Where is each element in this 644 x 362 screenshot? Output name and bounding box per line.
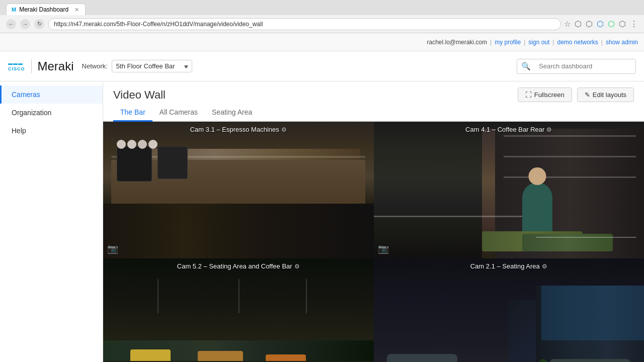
bookmark-icon[interactable]: ☆ (564, 20, 571, 29)
cam-settings-seating2[interactable]: ⚙ (542, 263, 547, 270)
table-1 (130, 349, 171, 362)
cam-label-text-coffee-rear: Cam 4.1 – Coffee Bar Rear (465, 126, 544, 133)
cam-label-seating2: Cam 2.1 – Seating Area ⚙ (374, 262, 645, 270)
back-button[interactable]: ← (6, 19, 16, 29)
camera-scene-espresso: COMPOST RECYCLE (103, 122, 374, 258)
sidebar: Cameras Organization Help (0, 81, 103, 362)
url-bar-container: ☆ (48, 18, 571, 30)
address-bar[interactable] (48, 18, 561, 30)
tab-title: Meraki Dashboard (19, 6, 68, 13)
cable (536, 237, 636, 238)
meraki-logo: Meraki (31, 59, 74, 73)
cup (127, 140, 136, 149)
cam-settings-coffee-rear[interactable]: ⚙ (546, 126, 552, 133)
chrome-menu-icon[interactable]: ⋮ (630, 19, 638, 29)
shelf-line-3 (504, 176, 636, 178)
espresso-machine-2 (157, 146, 188, 179)
cam-overlay-icon-coffee-rear: 📷 (378, 243, 389, 254)
search-input[interactable] (535, 60, 635, 72)
person-silhouette (522, 183, 552, 238)
extension-icon-3[interactable]: ⬡ (597, 19, 604, 29)
camera-scene-seating1 (103, 258, 374, 362)
my-profile-link[interactable]: my profile (495, 39, 521, 46)
cup (148, 140, 157, 149)
page-title: Video Wall (113, 88, 166, 102)
recycle-label: RECYCLE (157, 224, 180, 228)
sidebar-item-organization[interactable]: Organization (0, 104, 103, 122)
cam-label-espresso: Cam 3.1 – Espresso Machines ⚙ (103, 126, 374, 133)
compost-label: COMPOST (144, 216, 168, 220)
light-cord-3 (306, 279, 307, 313)
reload-button[interactable]: ↻ (34, 19, 44, 29)
user-email: rachel.lo@meraki.com (427, 39, 487, 46)
camera-cell-espresso[interactable]: COMPOST RECYCLE Cam 3.1 – Espresso Machi… (103, 122, 374, 258)
user-info: rachel.lo@meraki.com | my profile | sign… (427, 39, 638, 46)
extension-icon-4[interactable]: ⬡ (608, 19, 615, 29)
accent-wall (541, 286, 644, 340)
main-layout: Cameras Organization Help Video Wall ⛶ F… (0, 81, 644, 362)
extension-icon-2[interactable]: ⬡ (586, 19, 593, 29)
camera-scene-seating2 (374, 258, 645, 362)
tabs: The Bar All Cameras Seating Area (103, 104, 644, 122)
sign-out-link[interactable]: sign out (528, 39, 549, 46)
tab-favicon: M (12, 7, 16, 13)
video-wall: COMPOST RECYCLE Cam 3.1 – Espresso Machi… (103, 122, 644, 362)
light-cord-2 (238, 279, 239, 313)
sidebar-item-help[interactable]: Help (0, 122, 103, 140)
tab-close-icon[interactable]: ✕ (74, 7, 79, 13)
network-select-area: Network: 5th Floor Coffee Bar ▼ (82, 60, 192, 72)
page-header: Video Wall ⛶ Fullscreen ✎ Edit layouts (103, 81, 644, 104)
network-label: Network: (82, 62, 108, 70)
cam-label-seating1: Cam 5.2 – Seating Area and Coffee Bar ⚙ (103, 262, 374, 270)
espresso-machine-1 (117, 146, 152, 182)
sofa-1 (387, 354, 457, 362)
shelf-line-2 (504, 156, 636, 157)
tab-all-cameras[interactable]: All Cameras (152, 104, 205, 122)
tab-the-bar[interactable]: The Bar (113, 104, 152, 122)
camera-cell-coffee-rear[interactable]: Cam 4.1 – Coffee Bar Rear ⚙ 📷 (374, 122, 645, 258)
counter-edge (103, 209, 374, 211)
camera-cell-seating2[interactable]: Cam 2.1 – Seating Area ⚙ (374, 258, 645, 362)
sidebar-label-help: Help (12, 127, 26, 135)
cam-overlay-icon-espresso: 📷 (107, 243, 118, 254)
search-icon: 🔍 (517, 59, 535, 73)
cam-label-text-seating1: Cam 5.2 – Seating Area and Coffee Bar (177, 262, 292, 270)
sidebar-item-cameras[interactable]: Cameras (0, 85, 103, 104)
cup (138, 140, 147, 149)
network-select-wrapper: 5th Floor Coffee Bar ▼ (112, 60, 192, 72)
network-select[interactable]: 5th Floor Coffee Bar (112, 60, 192, 72)
extension-icon-5[interactable]: ⬡ (619, 19, 626, 29)
logo-area: ▬▬▬ CISCO Meraki (8, 59, 74, 73)
edit-layouts-button[interactable]: ✎ Edit layouts (577, 87, 634, 102)
table-2 (198, 351, 243, 362)
search-area: 🔍 (517, 59, 636, 74)
app-header: ▬▬▬ CISCO Meraki Network: 5th Floor Coff… (0, 51, 644, 81)
fullscreen-label: Fullscreen (534, 91, 565, 99)
tab-all-cameras-label: All Cameras (159, 108, 198, 116)
demo-networks-link[interactable]: demo networks (557, 39, 598, 46)
cups-shelf (117, 133, 360, 149)
cam-settings-espresso[interactable]: ⚙ (281, 126, 287, 133)
edit-layouts-label: Edit layouts (593, 91, 626, 99)
cup (117, 140, 126, 149)
cisco-logo: ▬▬▬ CISCO (8, 61, 25, 72)
camera-cell-seating1[interactable]: Cam 5.2 – Seating Area and Coffee Bar ⚙ (103, 258, 374, 362)
cam-settings-seating1[interactable]: ⚙ (294, 263, 300, 270)
browser-tab[interactable]: M Meraki Dashboard ✕ (6, 4, 86, 15)
fullscreen-icon: ⛶ (525, 91, 532, 99)
tab-the-bar-label: The Bar (120, 108, 145, 116)
main-content: Video Wall ⛶ Fullscreen ✎ Edit layouts T… (103, 81, 644, 362)
show-admin-link[interactable]: show admin (606, 39, 638, 46)
page-actions: ⛶ Fullscreen ✎ Edit layouts (518, 87, 634, 102)
cam-label-coffee-rear: Cam 4.1 – Coffee Bar Rear ⚙ (374, 126, 645, 133)
sidebar-label-organization: Organization (12, 109, 51, 117)
edit-icon: ✎ (585, 91, 590, 99)
topbar: rachel.lo@meraki.com | my profile | sign… (0, 33, 644, 51)
tab-seating-area[interactable]: Seating Area (205, 104, 259, 122)
shelf-line-1 (504, 135, 636, 137)
extension-icon-1[interactable]: ⬡ (575, 19, 582, 29)
fullscreen-button[interactable]: ⛶ Fullscreen (518, 87, 572, 102)
forward-button[interactable]: → (20, 19, 30, 29)
browser-chrome: ← → ↻ ☆ ⬡ ⬡ ⬡ ⬡ ⬡ ⋮ (0, 15, 644, 33)
sidebar-label-cameras: Cameras (12, 90, 40, 99)
